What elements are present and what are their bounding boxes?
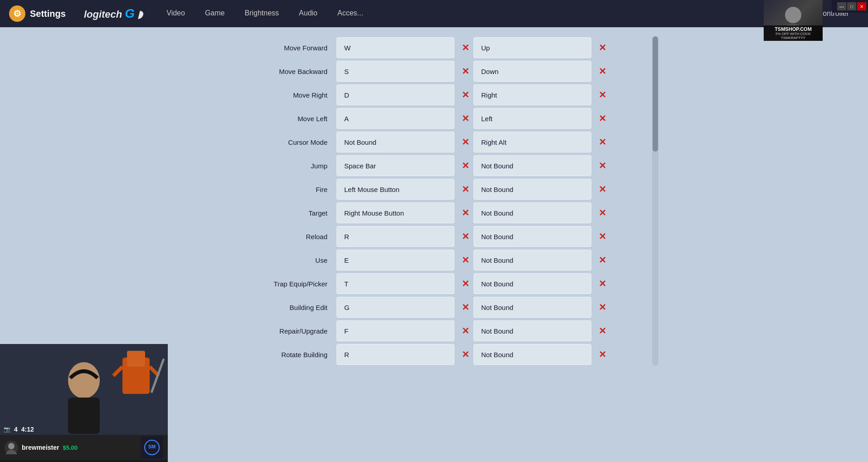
action-label: Fire xyxy=(210,186,336,193)
secondary-binding[interactable]: Not Bound xyxy=(473,155,591,176)
remove-secondary-button[interactable]: ✕ xyxy=(594,134,610,150)
remove-primary-button[interactable]: ✕ xyxy=(457,87,473,103)
stream-time: 4:12 xyxy=(21,426,34,433)
primary-binding[interactable]: S xyxy=(336,61,454,82)
remove-primary-button[interactable]: ✕ xyxy=(457,110,473,127)
table-row: JumpSpace Bar✕Not Bound✕ xyxy=(210,154,658,177)
primary-binding[interactable]: R xyxy=(336,226,454,247)
secondary-binding[interactable]: Not Bound xyxy=(473,179,591,200)
title-bar: — □ ✕ xyxy=(832,0,868,13)
remove-secondary-button[interactable]: ✕ xyxy=(594,275,610,292)
action-label: Reload xyxy=(210,233,336,241)
close-icon: ✕ xyxy=(462,66,469,77)
close-icon: ✕ xyxy=(599,255,606,265)
secondary-binding[interactable]: Not Bound xyxy=(473,250,591,270)
action-label: Trap Equip/Picker xyxy=(210,280,336,288)
settings-title: Settings xyxy=(30,9,66,19)
primary-binding[interactable]: R xyxy=(336,344,454,365)
secondary-binding[interactable]: Up xyxy=(473,37,591,58)
remove-secondary-button[interactable]: ✕ xyxy=(594,39,610,56)
primary-binding[interactable]: Right Mouse Button xyxy=(336,202,454,223)
close-icon: ✕ xyxy=(599,184,606,195)
action-label: Building Edit xyxy=(210,304,336,311)
close-icon: ✕ xyxy=(462,89,469,100)
remove-primary-button[interactable]: ✕ xyxy=(457,205,473,221)
minimize-button[interactable]: — xyxy=(837,2,846,10)
remove-secondary-button[interactable]: ✕ xyxy=(594,87,610,103)
table-row: Move BackwardS✕Down✕ xyxy=(210,60,658,83)
close-button[interactable]: ✕ xyxy=(857,2,866,10)
primary-binding[interactable]: Left Mouse Button xyxy=(336,179,454,200)
close-icon: ✕ xyxy=(599,325,606,336)
remove-secondary-button[interactable]: ✕ xyxy=(594,63,610,79)
primary-binding[interactable]: D xyxy=(336,84,454,105)
remove-secondary-button[interactable]: ✕ xyxy=(594,323,610,339)
remove-secondary-button[interactable]: ✕ xyxy=(594,252,610,268)
remove-secondary-button[interactable]: ✕ xyxy=(594,157,610,174)
primary-binding[interactable]: T xyxy=(336,273,454,294)
table-row: FireLeft Mouse Button✕Not Bound✕ xyxy=(210,178,658,201)
table-row: Move RightD✕Right✕ xyxy=(210,84,658,106)
action-label: Rotate Building xyxy=(210,351,336,359)
remove-primary-button[interactable]: ✕ xyxy=(457,39,473,56)
remove-primary-button[interactable]: ✕ xyxy=(457,181,473,197)
primary-binding[interactable]: E xyxy=(336,250,454,270)
nav-bar: ⚙ Settings logitech G ◗ Video Game Brigh… xyxy=(0,0,868,27)
remove-secondary-button[interactable]: ✕ xyxy=(594,346,610,363)
secondary-binding[interactable]: Not Bound xyxy=(473,344,591,365)
remove-secondary-button[interactable]: ✕ xyxy=(594,181,610,197)
primary-binding[interactable]: F xyxy=(336,320,454,341)
viewer-count: 4 xyxy=(14,426,18,433)
close-icon: ✕ xyxy=(599,42,606,53)
scroll-track[interactable] xyxy=(652,36,658,366)
remove-secondary-button[interactable]: ✕ xyxy=(594,110,610,127)
primary-binding[interactable]: W xyxy=(336,37,454,58)
close-icon: ✕ xyxy=(599,207,606,218)
remove-primary-button[interactable]: ✕ xyxy=(457,63,473,79)
secondary-binding[interactable]: Right xyxy=(473,84,591,105)
secondary-binding[interactable]: Not Bound xyxy=(473,273,591,294)
primary-binding[interactable]: G xyxy=(336,297,454,318)
remove-primary-button[interactable]: ✕ xyxy=(457,157,473,174)
tab-brightness[interactable]: Brightness xyxy=(234,0,289,27)
tab-accessibility[interactable]: Acces... xyxy=(327,0,373,27)
table-row: Move LeftA✕Left✕ xyxy=(210,107,658,130)
primary-binding[interactable]: Space Bar xyxy=(336,155,454,176)
table-row: Repair/UpgradeF✕Not Bound✕ xyxy=(210,319,658,342)
tab-game[interactable]: Game xyxy=(195,0,235,27)
tab-video[interactable]: Video xyxy=(156,0,195,27)
secondary-binding[interactable]: Not Bound xyxy=(473,202,591,223)
tab-audio[interactable]: Audio xyxy=(289,0,327,27)
close-icon: ✕ xyxy=(462,349,469,360)
remove-primary-button[interactable]: ✕ xyxy=(457,228,473,245)
secondary-binding[interactable]: Not Bound xyxy=(473,297,591,318)
remove-primary-button[interactable]: ✕ xyxy=(457,275,473,292)
remove-primary-button[interactable]: ✕ xyxy=(457,252,473,268)
svg-point-11 xyxy=(8,443,15,449)
secondary-binding[interactable]: Not Bound xyxy=(473,226,591,247)
close-icon: ✕ xyxy=(599,113,606,124)
primary-binding[interactable]: Not Bound xyxy=(336,132,454,152)
stream-video: 📷 4 4:12 xyxy=(0,344,168,435)
remove-secondary-button[interactable]: ✕ xyxy=(594,205,610,221)
close-icon: ✕ xyxy=(462,302,469,313)
secondary-binding[interactable]: Left xyxy=(473,108,591,129)
secondary-binding[interactable]: Not Bound xyxy=(473,320,591,341)
remove-secondary-button[interactable]: ✕ xyxy=(594,299,610,315)
logitech-logo: logitech G ◗ xyxy=(84,6,143,21)
secondary-binding[interactable]: Down xyxy=(473,61,591,82)
table-row: Move ForwardW✕Up✕ xyxy=(210,36,658,59)
remove-secondary-button[interactable]: ✕ xyxy=(594,228,610,245)
action-label: Repair/Upgrade xyxy=(210,327,336,335)
action-label: Jump xyxy=(210,162,336,170)
scroll-handle[interactable] xyxy=(653,36,658,152)
remove-primary-button[interactable]: ✕ xyxy=(457,299,473,315)
remove-primary-button[interactable]: ✕ xyxy=(457,323,473,339)
remove-primary-button[interactable]: ✕ xyxy=(457,134,473,150)
secondary-binding[interactable]: Right Alt xyxy=(473,132,591,152)
close-icon: ✕ xyxy=(462,184,469,195)
remove-primary-button[interactable]: ✕ xyxy=(457,346,473,363)
primary-binding[interactable]: A xyxy=(336,108,454,129)
maximize-button[interactable]: □ xyxy=(847,2,856,10)
table-row: Building EditG✕Not Bound✕ xyxy=(210,296,658,319)
